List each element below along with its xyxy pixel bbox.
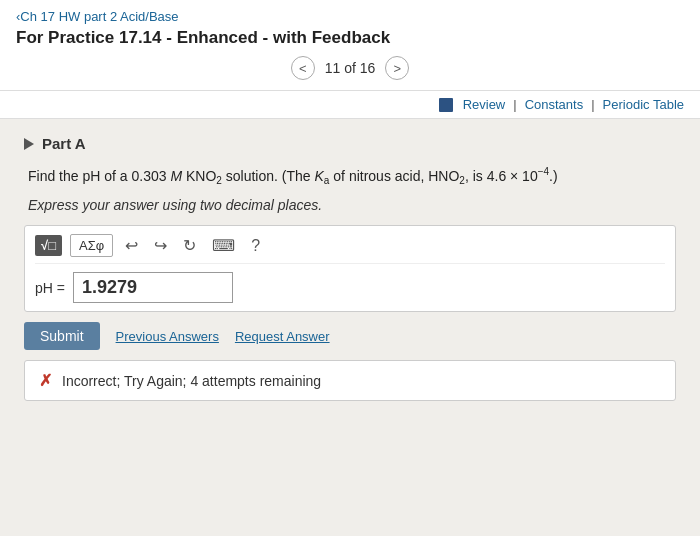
refresh-icon: ↻ (183, 237, 196, 254)
incorrect-icon: ✗ (39, 371, 52, 390)
title-separator: - (258, 28, 273, 47)
constants-link[interactable]: Constants (525, 97, 584, 112)
ph-label: pH = (35, 280, 65, 296)
next-button[interactable]: > (385, 56, 409, 80)
request-answer-link[interactable]: Request Answer (235, 329, 330, 344)
keyboard-button[interactable]: ⌨ (208, 234, 239, 257)
sqrt-button[interactable]: √□ (35, 235, 62, 256)
question-text: Find the pH of a 0.303 M KNO2 solution. … (24, 164, 676, 189)
greek-icon: ΑΣφ (79, 238, 104, 253)
undo-icon: ↩ (125, 237, 138, 254)
refresh-button[interactable]: ↻ (179, 234, 200, 257)
title-enhanced: Enhanced (177, 28, 258, 47)
keyboard-icon: ⌨ (212, 237, 235, 254)
feedback-message: Incorrect; Try Again; 4 attempts remaini… (62, 373, 321, 389)
review-icon (439, 98, 453, 112)
review-link[interactable]: Review (463, 97, 506, 112)
part-label: Part A (42, 135, 86, 152)
collapse-icon[interactable] (24, 138, 34, 150)
action-row: Submit Previous Answers Request Answer (24, 322, 676, 350)
previous-answers-link[interactable]: Previous Answers (116, 329, 219, 344)
help-icon: ? (251, 237, 260, 254)
math-toolbar: √□ ΑΣφ ↩ ↪ ↻ ⌨ ? (35, 234, 665, 264)
submit-button[interactable]: Submit (24, 322, 100, 350)
feedback-box: ✗ Incorrect; Try Again; 4 attempts remai… (24, 360, 676, 401)
instruction-text: Express your answer using two decimal pl… (24, 197, 676, 213)
title-feedback: with Feedback (273, 28, 390, 47)
sqrt-icon: √□ (41, 238, 56, 253)
problem-title: For Practice 17.14 - Enhanced - with Fee… (16, 28, 684, 48)
redo-button[interactable]: ↪ (150, 234, 171, 257)
answer-box: √□ ΑΣφ ↩ ↪ ↻ ⌨ ? pH = (24, 225, 676, 312)
periodic-table-link[interactable]: Periodic Table (603, 97, 684, 112)
separator-2: | (591, 97, 594, 112)
help-button[interactable]: ? (247, 235, 264, 257)
nav-count: 11 of 16 (325, 60, 376, 76)
undo-button[interactable]: ↩ (121, 234, 142, 257)
redo-icon: ↪ (154, 237, 167, 254)
prev-button[interactable]: < (291, 56, 315, 80)
breadcrumb-link[interactable]: ‹Ch 17 HW part 2 Acid/Base (16, 9, 179, 24)
title-prefix: For Practice 17.14 - (16, 28, 177, 47)
ph-input[interactable] (73, 272, 233, 303)
separator-1: | (513, 97, 516, 112)
greek-button[interactable]: ΑΣφ (70, 234, 113, 257)
